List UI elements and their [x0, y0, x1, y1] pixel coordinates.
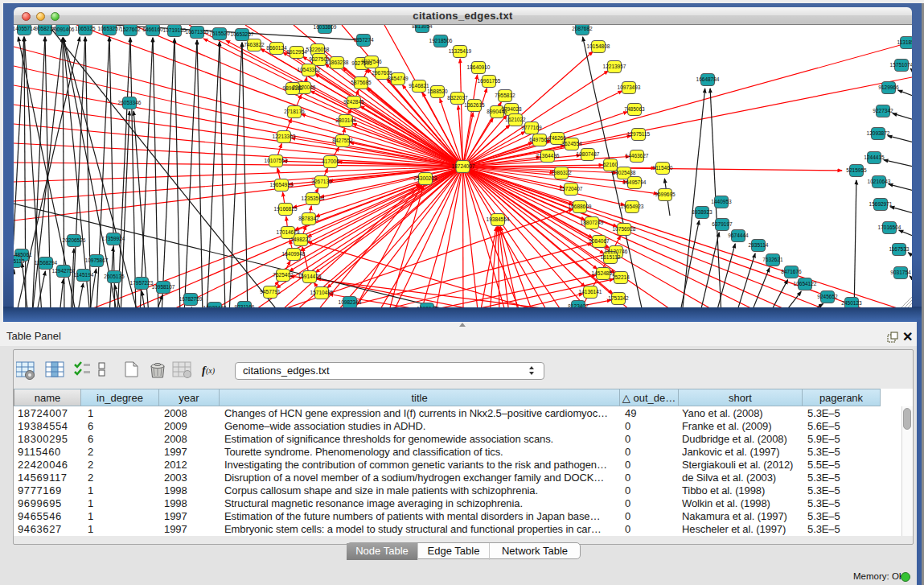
svg-text:7857274: 7857274	[353, 37, 374, 43]
svg-text:11325419: 11325419	[449, 48, 472, 54]
svg-text:19218506: 19218506	[429, 38, 453, 43]
svg-text:10025438: 10025438	[613, 170, 636, 175]
svg-text:8813054: 8813054	[412, 25, 433, 29]
svg-text:9674444: 9674444	[728, 233, 749, 238]
svg-text:15692971: 15692971	[869, 201, 893, 207]
svg-text:2803144: 2803144	[335, 117, 356, 123]
svg-text:1131854: 1131854	[897, 39, 912, 45]
svg-text:3267130: 3267130	[311, 179, 332, 184]
svg-text:9231166: 9231166	[235, 304, 255, 307]
svg-text:53226058: 53226058	[306, 47, 330, 52]
svg-text:12923448: 12923448	[203, 305, 227, 307]
svg-text:9457791: 9457791	[260, 289, 281, 295]
svg-text:2935114: 2935114	[749, 242, 769, 248]
svg-text:11568294: 11568294	[35, 260, 58, 266]
svg-text:20091406: 20091406	[51, 27, 75, 32]
svg-text:9777169: 9777169	[521, 125, 542, 130]
svg-text:10210643: 10210643	[868, 179, 891, 184]
svg-text:20206526: 20206526	[63, 237, 86, 243]
svg-text:8912954: 8912954	[286, 49, 307, 55]
svg-text:8878342: 8878342	[298, 216, 319, 221]
svg-text:7986322: 7986322	[551, 170, 572, 175]
svg-text:1593044: 1593044	[417, 306, 437, 307]
svg-text:14463627: 14463627	[626, 153, 649, 159]
svg-text:9115460: 9115460	[653, 165, 673, 171]
svg-text:19384554: 19384554	[487, 216, 510, 222]
svg-text:2087682: 2087682	[572, 26, 593, 31]
svg-text:1753342: 1753342	[608, 295, 629, 301]
svg-text:10975867: 10975867	[85, 257, 109, 263]
svg-text:12353594: 12353594	[302, 196, 325, 201]
svg-text:9896112: 9896112	[283, 85, 303, 91]
svg-text:16409948: 16409948	[282, 251, 306, 257]
svg-text:7955812: 7955812	[495, 93, 515, 98]
svg-text:2718176: 2718176	[284, 109, 305, 114]
svg-text:8427552: 8427552	[332, 138, 353, 143]
svg-text:15710485: 15710485	[310, 290, 334, 295]
svg-text:9146821: 9146821	[409, 83, 429, 89]
svg-text:417006: 417006	[322, 159, 339, 164]
svg-text:5215955: 5215955	[846, 167, 867, 173]
svg-text:16120746: 16120746	[605, 249, 628, 254]
svg-text:8471676: 8471676	[781, 269, 802, 274]
svg-text:16961755: 16961755	[478, 78, 501, 84]
svg-text:7625402: 7625402	[273, 272, 294, 278]
svg-text:16671355: 16671355	[186, 29, 209, 35]
svg-text:3624554: 3624554	[561, 141, 582, 146]
svg-text:746266: 746266	[548, 135, 566, 141]
svg-text:12093872: 12093872	[867, 130, 890, 136]
svg-text:10543362: 10543362	[298, 67, 321, 72]
svg-text:1145194: 1145194	[74, 272, 94, 278]
svg-text:10958107: 10958107	[152, 284, 175, 290]
svg-text:8322037: 8322037	[447, 95, 468, 101]
svg-text:18640910: 18640910	[467, 64, 491, 70]
svg-text:1615112: 1615112	[601, 254, 621, 260]
svg-text:10719155: 10719155	[163, 27, 187, 33]
svg-text:1621022: 1621022	[505, 117, 526, 122]
svg-text:9031754: 9031754	[890, 270, 911, 275]
svg-text:62160: 62160	[603, 162, 618, 167]
svg-text:9227342: 9227342	[873, 108, 893, 113]
svg-text:10756928: 10756928	[613, 226, 636, 232]
svg-text:26053346: 26053346	[118, 100, 142, 105]
svg-text:7485063: 7485063	[624, 106, 645, 112]
svg-text:1588520: 1588520	[427, 89, 448, 94]
svg-text:10807487: 10807487	[577, 151, 600, 157]
svg-text:10154808: 10154808	[587, 43, 610, 49]
svg-text:16914479: 16914479	[298, 274, 322, 279]
svg-text:1527602: 1527602	[120, 27, 141, 32]
svg-text:21364436: 21364436	[536, 153, 560, 159]
svg-text:81863238: 81863238	[326, 60, 349, 65]
svg-text:2605135: 2605135	[104, 274, 125, 279]
svg-text:14055714: 14055714	[14, 26, 36, 31]
svg-text:9327546: 9327546	[361, 59, 382, 64]
svg-text:7632621: 7632621	[762, 257, 783, 262]
svg-text:19654933: 19654933	[270, 182, 294, 187]
svg-text:19654923: 19654923	[621, 204, 644, 209]
svg-text:17014679: 17014679	[277, 229, 300, 235]
svg-text:8123407: 8123407	[568, 303, 589, 307]
svg-text:6794028: 6794028	[501, 106, 522, 112]
svg-text:17016504: 17016504	[878, 225, 901, 230]
svg-text:8660124: 8660124	[266, 45, 287, 51]
svg-text:(x): (x)	[206, 366, 216, 376]
svg-text:1440953: 1440953	[711, 199, 732, 204]
svg-text:9699695: 9699695	[655, 192, 676, 197]
svg-text:7515520: 7515520	[209, 31, 230, 36]
svg-text:5875685: 5875685	[351, 80, 372, 85]
svg-text:9129966: 9129966	[878, 84, 899, 90]
svg-text:1065325: 1065325	[75, 26, 96, 31]
svg-text:2450123: 2450123	[841, 300, 862, 306]
svg-text:12942757: 12942757	[52, 268, 76, 274]
svg-text:1244415: 1244415	[864, 154, 885, 160]
svg-text:252214: 252214	[612, 274, 630, 280]
svg-text:10688609: 10688609	[569, 204, 592, 209]
svg-text:16782759: 16782759	[179, 296, 203, 302]
svg-text:2967608: 2967608	[372, 70, 392, 76]
svg-text:9242845: 9242845	[343, 99, 364, 105]
svg-text:6497568: 6497568	[529, 137, 550, 142]
svg-text:10973493: 10973493	[618, 84, 641, 90]
svg-text:7463822: 7463822	[244, 42, 265, 47]
svg-text:18807249: 18807249	[581, 220, 604, 225]
svg-text:16033809: 16033809	[314, 25, 337, 30]
